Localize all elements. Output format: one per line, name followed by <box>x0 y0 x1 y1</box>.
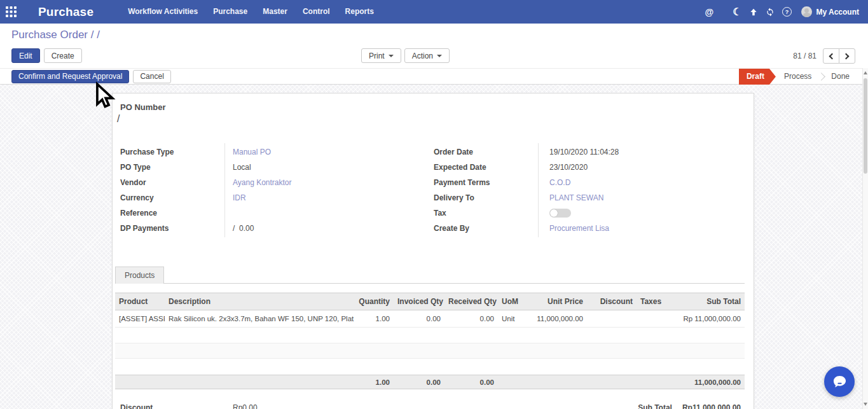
main-menu: Workflow Activities Purchase Master Cont… <box>120 0 382 24</box>
control-panel: Edit Create Print Action 81 / 81 <box>0 45 868 68</box>
col-sub-total[interactable]: Sub Total <box>670 297 745 306</box>
field-order-date: Order Date 19/10/2020 11:04:28 <box>434 144 747 160</box>
subtotal-value: Rp11,000,000.00 <box>682 403 741 409</box>
top-navbar: Purchase Workflow Activities Purchase Ma… <box>0 0 868 24</box>
table-row[interactable]: [ASSET] ASSET Rak Silicon uk. 2x3x3.7m, … <box>115 310 745 328</box>
create-button[interactable]: Create <box>44 48 82 63</box>
empty-row <box>115 328 745 343</box>
expected-date-value: 23/10/2020 <box>545 163 588 172</box>
form-statusbar: Confirm and Request Approval Cancel Draf… <box>0 68 868 85</box>
cell-unit-price: 11,000,000.00 <box>525 315 587 322</box>
edit-button[interactable]: Edit <box>11 48 40 63</box>
vendor-value[interactable]: Ayang Kontraktor <box>228 178 292 187</box>
col-received-qty[interactable]: Received Qty <box>444 297 498 306</box>
apps-grid-icon[interactable] <box>0 0 22 24</box>
menu-control[interactable]: Control <box>295 0 338 24</box>
field-vendor: Vendor Ayang Kontraktor <box>120 175 419 190</box>
col-quantity[interactable]: Quantity <box>354 297 394 306</box>
field-purchase-type: Purchase Type Manual PO <box>120 144 419 160</box>
refresh-icon[interactable] <box>762 0 778 24</box>
cell-invoiced-qty: 0.00 <box>394 315 444 322</box>
field-tax: Tax <box>434 205 747 221</box>
cell-product: [ASSET] ASSET <box>115 315 165 322</box>
purchase-type-value[interactable]: Manual PO <box>228 148 271 156</box>
print-dropdown-button[interactable]: Print <box>361 48 401 63</box>
caret-down-icon <box>389 55 394 57</box>
menu-purchase[interactable]: Purchase <box>205 0 255 24</box>
chevron-left-icon <box>829 53 836 59</box>
cell-uom: Unit <box>498 315 525 322</box>
scroll-up-arrow-icon[interactable] <box>864 71 867 74</box>
dark-mode-icon[interactable]: ☾ <box>729 0 745 24</box>
help-icon[interactable]: ? <box>778 0 795 24</box>
state-done[interactable]: Done <box>823 69 858 85</box>
col-uom[interactable]: UoM <box>498 297 525 306</box>
field-create-by: Create By Procurement Lisa <box>434 221 747 236</box>
tab-bar-line <box>115 283 745 284</box>
my-account-button[interactable]: My Account <box>816 8 859 17</box>
currency-value[interactable]: IDR <box>228 193 246 202</box>
menu-reports[interactable]: Reports <box>338 0 382 24</box>
state-draft[interactable]: Draft <box>739 69 776 85</box>
dp-payments-value: / 0.00 <box>228 224 254 233</box>
col-unit-price[interactable]: Unit Price <box>525 297 587 306</box>
delivery-to-value[interactable]: PLANT SEWAN <box>545 193 603 202</box>
action-dropdown-button[interactable]: Action <box>404 48 450 63</box>
pager-count: 81 / 81 <box>793 52 816 60</box>
mention-icon[interactable]: @ <box>701 0 717 24</box>
confirm-request-approval-button[interactable]: Confirm and Request Approval <box>11 70 129 83</box>
col-taxes[interactable]: Taxes <box>637 297 670 306</box>
app-title: Purchase <box>38 5 93 19</box>
livechat-button[interactable] <box>824 366 855 397</box>
po-number-label: PO Number <box>120 102 166 112</box>
order-summary: Discount Rp0.00 Sub Total Rp11,000,000.0… <box>120 403 741 409</box>
field-reference: Reference <box>120 205 419 221</box>
upload-arrow-icon[interactable] <box>745 0 762 24</box>
empty-striped-row <box>115 343 745 359</box>
cancel-button[interactable]: Cancel <box>133 70 170 83</box>
chat-bubble-icon <box>831 373 848 391</box>
total-invoiced-qty: 0.00 <box>394 378 444 386</box>
col-invoiced-qty[interactable]: Invoiced Qty <box>394 297 444 306</box>
purchase-order-sheet: PO Number / Purchase Type Manual PO PO T… <box>112 93 754 409</box>
cell-sub-total: Rp 11,000,000.00 <box>670 315 745 322</box>
field-po-type: PO Type Local <box>120 160 419 175</box>
tab-products[interactable]: Products <box>115 267 164 284</box>
cell-description: Rak Silicon uk. 2x3x3.7m, Bahan WF 150, … <box>165 315 354 322</box>
total-received-qty: 0.00 <box>444 378 498 386</box>
state-stepper: Draft Process Done <box>739 69 858 85</box>
col-discount[interactable]: Discount <box>587 297 637 306</box>
discount-label: Discount <box>120 403 228 409</box>
col-product[interactable]: Product <box>115 297 165 306</box>
menu-workflow-activities[interactable]: Workflow Activities <box>120 0 205 24</box>
pager-next-button[interactable] <box>839 48 855 64</box>
chevron-right-icon <box>843 53 850 59</box>
table-totals-row: 1.00 0.00 0.00 11,000,000.00 <box>115 375 745 389</box>
state-process[interactable]: Process <box>776 69 820 85</box>
field-currency: Currency IDR <box>120 190 419 205</box>
col-description[interactable]: Description <box>165 297 354 306</box>
scrollbar-thumb[interactable] <box>864 78 867 174</box>
pager-previous-button[interactable] <box>823 48 839 64</box>
user-avatar[interactable] <box>801 6 812 17</box>
scroll-down-arrow-icon[interactable] <box>864 403 867 406</box>
field-delivery-to: Delivery To PLANT SEWAN <box>434 190 747 205</box>
record-pager: 81 / 81 <box>793 48 855 64</box>
create-by-value[interactable]: Procurement Lisa <box>545 224 609 233</box>
payment-terms-value[interactable]: C.O.D <box>545 178 570 187</box>
po-type-value: Local <box>228 163 251 172</box>
field-group-right: Order Date 19/10/2020 11:04:28 Expected … <box>434 144 747 236</box>
menu-master[interactable]: Master <box>255 0 295 24</box>
total-quantity: 1.00 <box>354 378 394 386</box>
cell-quantity: 1.00 <box>354 315 394 322</box>
navbar-right: @ ☾ ? My Account <box>701 0 859 24</box>
cell-received-qty: 0.00 <box>444 315 498 322</box>
field-payment-terms: Payment Terms C.O.D <box>434 175 747 190</box>
field-dp-payments: DP Payments / 0.00 <box>120 221 419 236</box>
breadcrumb[interactable]: Purchase Order / / <box>11 29 100 41</box>
vertical-scrollbar[interactable] <box>862 68 868 409</box>
tax-toggle[interactable] <box>549 209 571 218</box>
caret-down-icon <box>437 55 442 57</box>
discount-value: Rp0.00 <box>228 403 258 409</box>
field-expected-date: Expected Date 23/10/2020 <box>434 160 747 175</box>
